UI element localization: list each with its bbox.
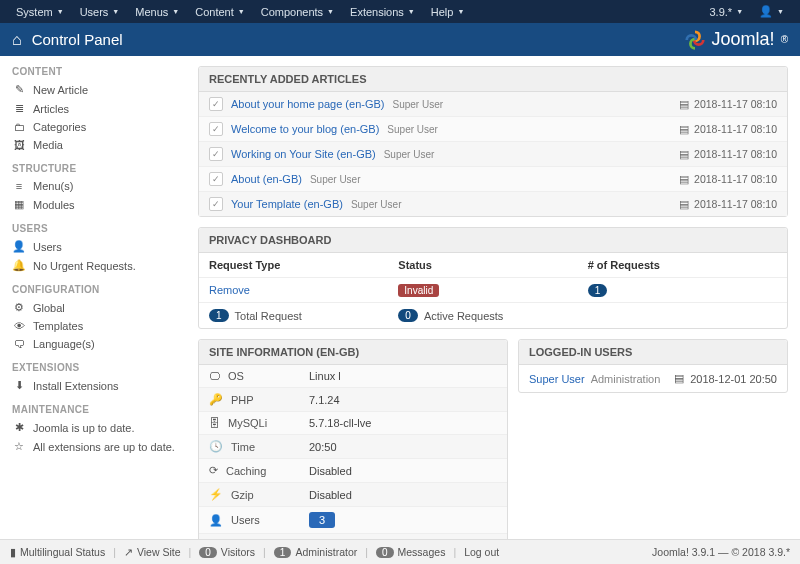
menu-help[interactable]: Help▼ [423, 6, 473, 18]
sidebar-item[interactable]: ≡Menu(s) [12, 177, 188, 195]
article-author: Super User [392, 99, 443, 110]
version-menu[interactable]: 3.9.*▼ [701, 6, 751, 18]
user-menu[interactable]: 👤▼ [751, 5, 792, 18]
caret-down-icon: ▼ [327, 8, 334, 15]
module-header: RECENTLY ADDED ARTICLES [199, 67, 787, 92]
article-date: ▤2018-11-17 08:10 [679, 123, 777, 135]
sidebar-item[interactable]: ⚙Global [12, 298, 188, 317]
sidebar-heading: STRUCTURE [12, 163, 188, 174]
article-link[interactable]: About (en-GB) [231, 173, 302, 185]
control-panel-bar: ⌂ Control Panel Joomla!® [0, 23, 800, 56]
recent-articles-module: RECENTLY ADDED ARTICLES ✓About your home… [198, 66, 788, 217]
sidebar-item[interactable]: ⬇Install Extensions [12, 376, 188, 395]
privacy-summary: 1Total Request 0Active Requests [199, 303, 787, 328]
sidebar-heading: USERS [12, 223, 188, 234]
article-date: ▤2018-11-17 08:10 [679, 198, 777, 210]
caret-down-icon: ▼ [172, 8, 179, 15]
sidebar-item[interactable]: 🗀Categories [12, 118, 188, 136]
article-link[interactable]: About your home page (en-GB) [231, 98, 384, 110]
menu-components[interactable]: Components▼ [253, 6, 342, 18]
sidebar-item[interactable]: ☆All extensions are up to date. [12, 437, 188, 456]
sidebar-item[interactable]: 🗨Language(s) [12, 335, 188, 353]
brand-logo[interactable]: Joomla!® [684, 29, 788, 51]
calendar-icon: ▤ [679, 198, 689, 210]
sidebar-item[interactable]: 🖼Media [12, 136, 188, 154]
info-icon: 🖵 [209, 370, 220, 382]
checkbox-icon[interactable]: ✓ [209, 122, 223, 136]
article-row: ✓Your Template (en-GB)Super User▤2018-11… [199, 192, 787, 216]
info-icon: ⟳ [209, 464, 218, 477]
article-date: ▤2018-11-17 08:10 [679, 148, 777, 160]
content-area: RECENTLY ADDED ARTICLES ✓About your home… [188, 56, 800, 539]
multilingual-status[interactable]: ▮Multilingual Status [10, 546, 105, 558]
caret-down-icon: ▼ [457, 8, 464, 15]
info-icon: 👤 [209, 514, 223, 527]
sidebar-item[interactable]: ▦Modules [12, 195, 188, 214]
sidebar-icon: 🔔 [12, 259, 26, 272]
privacy-row: Remove Invalid 1 [199, 278, 787, 303]
sidebar-heading: CONFIGURATION [12, 284, 188, 295]
admin-count[interactable]: 1Administrator [274, 546, 357, 558]
sidebar-item[interactable]: 👁Templates [12, 317, 188, 335]
privacy-table-header: Request TypeStatus# of Requests [199, 253, 787, 278]
user-icon: 👤 [759, 5, 773, 18]
sidebar-item[interactable]: 👤Users [12, 237, 188, 256]
caret-down-icon: ▼ [112, 8, 119, 15]
sidebar-item[interactable]: ≣Articles [12, 99, 188, 118]
checkbox-icon[interactable]: ✓ [209, 197, 223, 211]
sidebar-icon: ✎ [12, 83, 26, 96]
article-author: Super User [384, 149, 435, 160]
logout-link[interactable]: Log out [464, 546, 499, 558]
checkbox-icon[interactable]: ✓ [209, 147, 223, 161]
menu-content[interactable]: Content▼ [187, 6, 252, 18]
external-icon: ↗ [124, 546, 133, 558]
messages-count[interactable]: 0Messages [376, 546, 445, 558]
caret-down-icon: ▼ [777, 8, 784, 15]
sidebar-item[interactable]: 🔔No Urgent Requests. [12, 256, 188, 275]
caret-down-icon: ▼ [57, 8, 64, 15]
article-link[interactable]: Your Template (en-GB) [231, 198, 343, 210]
info-icon: 🔑 [209, 393, 223, 406]
site-info-module: SITE INFORMATION (EN-GB) 🖵OSLinux l🔑PHP7… [198, 339, 508, 539]
flag-icon: ▮ [10, 546, 16, 558]
menu-users[interactable]: Users▼ [72, 6, 128, 18]
checkbox-icon[interactable]: ✓ [209, 97, 223, 111]
article-link[interactable]: Working on Your Site (en-GB) [231, 148, 376, 160]
site-info-row: 🔑PHP7.1.24 [199, 388, 507, 412]
site-info-row: 🗄MySQLi5.7.18-cll-lve [199, 412, 507, 435]
user-link[interactable]: Super User [529, 373, 585, 385]
sidebar-heading: CONTENT [12, 66, 188, 77]
menu-extensions[interactable]: Extensions▼ [342, 6, 423, 18]
sidebar-icon: ⚙ [12, 301, 26, 314]
visitors-count[interactable]: 0Visitors [199, 546, 255, 558]
sidebar-icon: ⬇ [12, 379, 26, 392]
count-badge[interactable]: 3 [309, 512, 335, 528]
checkbox-icon[interactable]: ✓ [209, 172, 223, 186]
privacy-type-link[interactable]: Remove [209, 284, 250, 296]
calendar-icon: ▤ [679, 98, 689, 110]
joomla-icon [684, 29, 706, 51]
article-date: ▤2018-11-17 08:10 [679, 173, 777, 185]
info-icon: 🕓 [209, 440, 223, 453]
article-link[interactable]: Welcome to your blog (en-GB) [231, 123, 379, 135]
sidebar-icon: ▦ [12, 198, 26, 211]
sidebar-icon: ✱ [12, 421, 26, 434]
sidebar-icon: 👁 [12, 320, 26, 332]
sidebar-icon: ☆ [12, 440, 26, 453]
footer-bar: ▮Multilingual Status | ↗View Site | 0Vis… [0, 539, 800, 564]
view-site[interactable]: ↗View Site [124, 546, 181, 558]
sidebar-heading: EXTENSIONS [12, 362, 188, 373]
sidebar-icon: 🖼 [12, 139, 26, 151]
privacy-dashboard-module: PRIVACY DASHBOARD Request TypeStatus# of… [198, 227, 788, 329]
sidebar-item[interactable]: ✱Joomla is up to date. [12, 418, 188, 437]
top-menu-bar: System▼Users▼Menus▼Content▼Components▼Ex… [0, 0, 800, 23]
calendar-icon: ▤ [679, 148, 689, 160]
article-date: ▤2018-11-17 08:10 [679, 98, 777, 110]
menu-system[interactable]: System▼ [8, 6, 72, 18]
sidebar-item[interactable]: ✎New Article [12, 80, 188, 99]
status-badge: Invalid [398, 284, 439, 297]
calendar-icon: ▤ [679, 173, 689, 185]
sidebar: CONTENT✎New Article≣Articles🗀Categories🖼… [0, 56, 188, 539]
logged-in-user-row: Super User Administration ▤ 2018-12-01 2… [519, 365, 787, 392]
menu-menus[interactable]: Menus▼ [127, 6, 187, 18]
